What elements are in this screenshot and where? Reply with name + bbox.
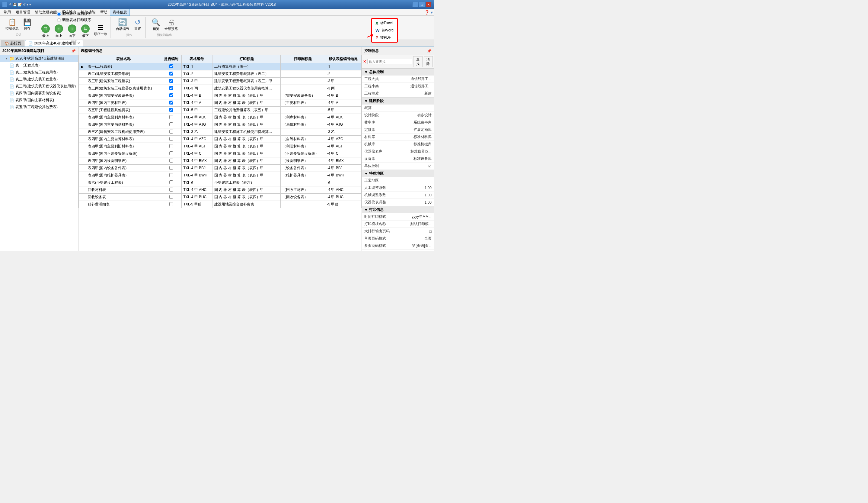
to-word-button[interactable]: W 转Word	[374, 27, 395, 33]
row-checked[interactable]	[161, 143, 182, 150]
table-row[interactable]: ▶表一(工程总表)TXL-1工程概算总表（表一）-1	[79, 63, 362, 70]
up-label: 向上	[55, 33, 62, 38]
panel-pin-icon[interactable]: 📌	[427, 49, 432, 53]
menu-item-help[interactable]: 帮助	[98, 9, 110, 16]
menu-item-tableinfo[interactable]: 表格信息	[110, 9, 130, 16]
panel-row: 设计阶段初步设计	[362, 112, 434, 119]
help-button[interactable]: ❓ ▾	[424, 10, 433, 15]
auto-num-button[interactable]: 🔄 自动编号	[115, 18, 131, 32]
table-row[interactable]: 表四甲(国内设备明细表)TXL-4 甲 BMX国 内 器 材 概 算 表（表四）…	[79, 158, 362, 165]
table-row[interactable]: 表四甲(国内主要利库材料表)TXL-4 甲 ALK国 内 器 材 概 算 表（表…	[79, 114, 362, 121]
tree-item-t2[interactable]: 📄 表二(建筑安装工程费用表)	[0, 69, 78, 76]
preview-button[interactable]: 🔍 预览	[150, 18, 162, 32]
row-checked[interactable]	[161, 107, 182, 114]
row-checked[interactable]	[161, 78, 182, 85]
tree-t2-label: 表二(建筑安装工程费用表)	[16, 70, 58, 75]
row-name: 表四甲(国内设备明细表)	[86, 158, 161, 165]
up-button[interactable]: ↑ 向上	[53, 24, 65, 39]
table-row[interactable]: 表五甲(工程建设其他费表)TXL-5 甲工程建设其他费概算表（表五）甲-5 甲	[79, 107, 362, 114]
table-row[interactable]: 表四甲(国内主要局供材料表)TXL-4 甲 AJG国 内 器 材 概 算 表（表…	[79, 121, 362, 128]
table-row[interactable]: 回收设备表TXL-4 甲 BHC国 内 器 材 概 算 表（表四）甲（回收设备表…	[79, 194, 362, 201]
table-row[interactable]: 表四甲(国内需要安装设备表)TXL-4 甲 B国 内 器 材 概 算 表（表四）…	[79, 92, 362, 99]
table-row[interactable]: 表二(建筑安装工程费用表)TXL-2建筑安装工程费用概算表（表二）-2	[79, 70, 362, 78]
save-button[interactable]: 💾 保存	[21, 18, 33, 31]
row-checked[interactable]	[161, 135, 182, 143]
panel-section: ▼ 打印信息时间打印格式yyyy年MM...打印模板名称默认打印模...大排行输…	[362, 206, 434, 251]
clear-button[interactable]: 清除	[424, 56, 433, 67]
tab-home[interactable]: 🏠 起始页	[1, 40, 24, 47]
row-checked[interactable]	[161, 114, 182, 121]
tree-item-t5[interactable]: 📄 表五甲(工程建设其他费表)	[0, 104, 78, 111]
panel-row: 时间打印格式yyyy年MM...	[362, 213, 434, 221]
row-checked[interactable]	[161, 187, 182, 194]
tree-item-t4m[interactable]: 📄 表四甲(国内主要材料表)	[0, 97, 78, 104]
order-sync-button[interactable]: ☰ 顺序一致	[93, 24, 108, 39]
tab-close-button[interactable]: ✕	[77, 41, 80, 45]
radio-edit-order[interactable]: 调整表格编制顺序	[57, 11, 91, 16]
tab-project-icon: 📄	[28, 41, 33, 46]
row-print-title: 工程概算总表（表一）	[212, 63, 281, 70]
top-button[interactable]: ⇈ 最上	[40, 24, 52, 39]
row-checked[interactable]	[161, 128, 182, 135]
table-row[interactable]: 表四甲(国内主要利旧材料表)TXL-4 甲 ALJ国 内 器 材 概 算 表（表…	[79, 143, 362, 150]
panel-section-title[interactable]: ▼ 特殊地区	[362, 170, 434, 177]
table-row[interactable]: 表四甲(国内维护器具表)TXL-4 甲 BWH国 内 器 材 概 算 表（表四）…	[79, 172, 362, 179]
row-checked[interactable]	[161, 150, 182, 158]
tree-item-t1[interactable]: 📄 表一(工程总表)	[0, 62, 78, 69]
toolbar-group-common: 📋 控制信息 💾 保存 公共	[2, 17, 35, 38]
row-checked[interactable]	[161, 63, 182, 70]
down-button[interactable]: ↓ 向下	[66, 24, 78, 39]
sidebar-pin-icon[interactable]: 📌	[71, 49, 76, 53]
clear-search-icon[interactable]: ✕	[363, 60, 366, 64]
row-print-title: 建筑安装工程仪器仪表使用费概算…	[212, 85, 281, 92]
col-header-code: 表格编号	[182, 55, 212, 63]
all-preview-button[interactable]: 🖨 全部预览	[163, 18, 179, 32]
row-print-title: 国 内 器 材 概 算 表（表四）甲	[212, 150, 281, 158]
table-row[interactable]: 回收材料表TXL-4 甲 AHC国 内 器 材 概 算 表（表四）甲（回收主材表…	[79, 187, 362, 194]
row-checked[interactable]	[161, 85, 182, 92]
row-checked[interactable]	[161, 172, 182, 179]
row-checked[interactable]	[161, 201, 182, 208]
reset-button[interactable]: ↺ 重置	[132, 18, 144, 32]
close-button[interactable]: ✕	[425, 2, 432, 7]
menu-item-common[interactable]: 常用	[1, 9, 13, 16]
table-row[interactable]: 表四甲(国内主要材料表)TXL-4 甲 A国 内 器 材 概 算 表（表四）甲（…	[79, 99, 362, 107]
menu-item-project[interactable]: 项目管理	[13, 9, 33, 16]
row-checked[interactable]	[161, 99, 182, 107]
panel-section-title[interactable]: ▼ 总体控制	[362, 69, 434, 76]
panel-section-title[interactable]: ▼ 打印信息	[362, 206, 434, 213]
table-row[interactable]: 表四甲(国内设备备件表)TXL-4 甲 BBJ国 内 器 材 概 算 表（表四）…	[79, 165, 362, 172]
table-row[interactable]: 表三乙(建筑安装工程机械使用费表)TXL-3 乙建筑安装工程施工机械使用费概算……	[79, 128, 362, 135]
bottom-button[interactable]: ⇊ 最下	[79, 24, 91, 39]
row-checked[interactable]	[161, 70, 182, 78]
row-suffix: -3 丙	[325, 85, 362, 92]
to-pdf-button[interactable]: P 转PDF	[374, 34, 395, 41]
row-indicator	[79, 92, 86, 99]
row-checked[interactable]	[161, 158, 182, 165]
table-row[interactable]: 表四甲(国内主要自筹材料表)TXL-4 甲 AZC国 内 器 材 概 算 表（表…	[79, 135, 362, 143]
maximize-button[interactable]: □	[419, 2, 425, 7]
table-row[interactable]: 表六(小型建设工程表)TXL-6小型建筑工程表（表六）-6	[79, 179, 362, 187]
control-info-button[interactable]: 📋 控制信息	[4, 18, 20, 31]
minimize-button[interactable]: —	[412, 2, 418, 7]
search-button[interactable]: 查找	[413, 56, 423, 67]
table-scroll-area[interactable]: 表格名称 是否编制 表格编号 打印标题 打印副标题 默认表格编号结尾 ▶表一(工…	[79, 55, 362, 251]
search-input[interactable]	[367, 59, 412, 64]
tree-item-t3a[interactable]: 📄 表三甲(建筑安装工程量表)	[0, 76, 78, 83]
tree-item-t4[interactable]: 📄 表四甲(国内需要安装设备表)	[0, 90, 78, 97]
to-excel-button[interactable]: X 转Excel	[374, 20, 395, 26]
table-row[interactable]: 表三丙(建筑安装工程仪器仪表使用费表)TXL-3 丙建筑安装工程仪器仪表使用费概…	[79, 85, 362, 92]
table-row[interactable]: 表三甲(建筑安装工程量表)TXL-3 甲建筑安装工程费用概算表（表三）甲-3 甲	[79, 78, 362, 85]
row-checked[interactable]	[161, 165, 182, 172]
row-checked[interactable]	[161, 194, 182, 201]
row-checked[interactable]	[161, 179, 182, 187]
menu-item-doc[interactable]: 辅助文档功能	[33, 9, 59, 16]
table-row[interactable]: 表四甲(国内不需要安装设备表)TXL-4 甲 C国 内 器 材 概 算 表（表四…	[79, 150, 362, 158]
panel-section-title[interactable]: ▼ 建设阶段	[362, 98, 434, 104]
table-row[interactable]: 赔补费明细表TXL-5 甲赔建设用地及综合赔补费表-5 甲赔	[79, 201, 362, 208]
radio-print-order[interactable]: 调整表格打印顺序	[57, 18, 91, 23]
row-checked[interactable]	[161, 92, 182, 99]
tree-item-root[interactable]: ▼ 📁 2020年钦州高速4G新建站项目	[0, 55, 78, 62]
tree-item-t3b[interactable]: 📄 表三丙(建筑安装工程仪器仪表使用费)	[0, 83, 78, 90]
row-checked[interactable]	[161, 121, 182, 128]
